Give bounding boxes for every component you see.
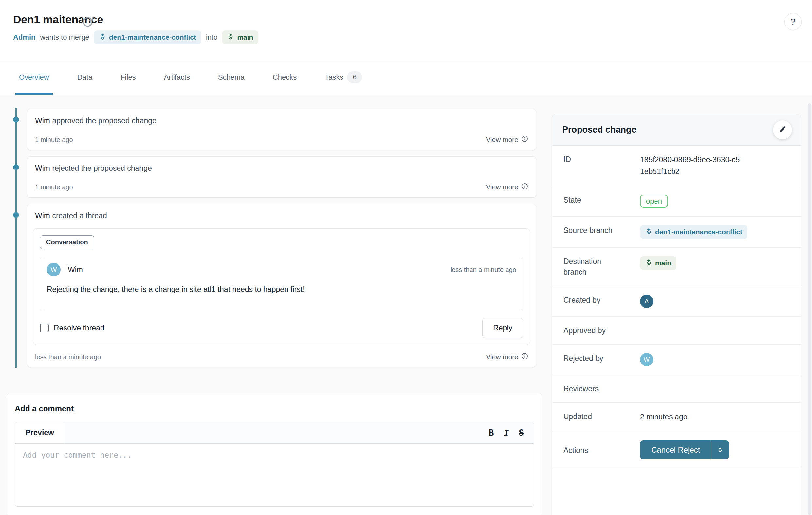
tab-files[interactable]: Files <box>117 61 140 95</box>
comment-author: Wim <box>68 265 83 274</box>
edit-button[interactable] <box>773 120 792 140</box>
thread-comment: W Wim less than a minute ago Rejecting t… <box>40 256 523 311</box>
resolve-thread-checkbox[interactable] <box>40 324 49 332</box>
add-comment-title: Add a comment <box>15 404 534 413</box>
destination-branch-name: main <box>237 33 253 41</box>
tab-overview[interactable]: Overview <box>15 61 53 95</box>
updated-value: 2 minutes ago <box>640 411 687 423</box>
pencil-icon <box>779 125 786 134</box>
destination-branch-badge[interactable]: main <box>222 30 258 44</box>
tab-data[interactable]: Data <box>73 61 96 95</box>
bold-icon[interactable]: B <box>489 428 494 438</box>
comment-input[interactable] <box>15 444 534 507</box>
comment-body: Rejecting the change, there is a change … <box>47 285 516 294</box>
tasks-count-badge: 6 <box>347 71 362 83</box>
row-updated: Updated 2 minutes ago <box>552 403 801 432</box>
source-branch-badge[interactable]: den1-maintenance-conflict <box>640 225 748 239</box>
resolve-thread-label: Resolve thread <box>54 324 105 332</box>
tab-tasks[interactable]: Tasks 6 <box>321 61 366 95</box>
event-timestamp: less than a minute ago <box>35 353 101 361</box>
avatar-wim[interactable]: W <box>640 353 653 366</box>
event-timestamp: 1 minute ago <box>35 136 73 144</box>
branch-stack-icon <box>645 259 652 267</box>
page-header: Den1 maitenance ? Admin wants to merge <box>0 0 812 61</box>
info-icon <box>521 353 528 361</box>
event-action: rejected the proposed change <box>52 164 152 173</box>
tab-artifacts[interactable]: Artifacts <box>160 61 194 95</box>
tab-bar: Overview Data Files Artifacts Schema Che… <box>0 61 812 95</box>
row-actions: Actions Cancel Reject <box>552 432 801 468</box>
view-more-link[interactable]: View more <box>486 183 528 191</box>
view-more-link[interactable]: View more <box>486 135 528 144</box>
reply-button[interactable]: Reply <box>482 318 523 338</box>
comment-editor: Preview B I S <box>15 422 534 507</box>
event-action: approved the proposed change <box>52 117 156 125</box>
chevron-up-down-icon[interactable] <box>711 441 729 459</box>
event-card-rejected: Wim rejected the proposed change 1 minut… <box>27 156 536 198</box>
event-actor: Wim <box>35 211 50 220</box>
row-reviewers: Reviewers <box>552 375 801 403</box>
strikethrough-icon[interactable]: S <box>519 428 524 438</box>
destination-branch-badge[interactable]: main <box>640 256 676 270</box>
info-icon <box>521 183 528 191</box>
branch-stack-icon <box>227 33 234 41</box>
page-scrollbar[interactable] <box>808 103 811 515</box>
help-button[interactable]: ? <box>784 13 802 30</box>
proposed-change-page: Den1 maitenance ? Admin wants to merge <box>0 0 812 515</box>
row-created-by: Created by A <box>552 286 801 317</box>
row-rejected-by: Rejected by W <box>552 344 801 375</box>
panel-title: Proposed change <box>562 125 637 135</box>
row-source-branch: Source branch den1-maintenance-conflict <box>552 217 801 248</box>
cancel-reject-button[interactable]: Cancel Reject <box>640 441 729 459</box>
event-card-approved: Wim approved the proposed change 1 minut… <box>27 109 536 150</box>
comment-timestamp: less than a minute ago <box>451 266 516 274</box>
refresh-button[interactable] <box>81 16 94 29</box>
state-open-badge: open <box>640 195 668 208</box>
view-more-link[interactable]: View more <box>486 353 528 361</box>
row-destination-branch: Destination branch main <box>552 248 801 286</box>
row-state: State open <box>552 186 801 217</box>
branch-stack-icon <box>645 228 652 236</box>
source-branch-name: den1-maintenance-conflict <box>109 33 196 41</box>
author-link[interactable]: Admin <box>13 33 35 41</box>
conversation-tag: Conversation <box>40 235 94 249</box>
event-actor: Wim <box>35 117 50 125</box>
event-timestamp: 1 minute ago <box>35 184 73 191</box>
timeline-dot <box>13 117 19 123</box>
row-approved-by: Approved by <box>552 317 801 344</box>
source-branch-badge[interactable]: den1-maintenance-conflict <box>94 30 201 44</box>
timeline-dot <box>13 164 19 170</box>
merge-summary: Admin wants to merge den1-maintenance-co… <box>13 30 258 44</box>
into-text: into <box>206 33 218 41</box>
event-action: created a thread <box>52 211 107 220</box>
merge-text: wants to merge <box>40 33 89 41</box>
question-mark-icon: ? <box>791 17 795 27</box>
timeline-line <box>16 108 17 368</box>
event-actor: Wim <box>35 164 50 173</box>
proposed-change-panel: Proposed change ID 185f2080-0869-d9ee-36… <box>552 114 801 515</box>
refresh-icon <box>82 17 93 28</box>
row-id: ID 185f2080-0869-d9ee-3630-c51eb51f1cb2 <box>552 146 801 186</box>
info-icon <box>521 135 528 144</box>
change-id-value: 185f2080-0869-d9ee-3630-c51eb51f1cb2 <box>640 154 742 177</box>
avatar-admin[interactable]: A <box>640 295 653 308</box>
add-comment-section: Add a comment Preview B I S <box>6 393 542 515</box>
branch-stack-icon <box>99 33 106 41</box>
timeline-dot <box>13 212 19 218</box>
avatar-wim[interactable]: W <box>47 263 61 276</box>
tab-schema[interactable]: Schema <box>214 61 249 95</box>
tab-checks[interactable]: Checks <box>269 61 300 95</box>
event-card-thread: Wim created a thread Conversation W Wim … <box>27 204 536 367</box>
italic-icon[interactable]: I <box>504 428 509 438</box>
tab-preview[interactable]: Preview <box>15 422 65 443</box>
thread-box: Conversation W Wim less than a minute ag… <box>33 229 530 345</box>
